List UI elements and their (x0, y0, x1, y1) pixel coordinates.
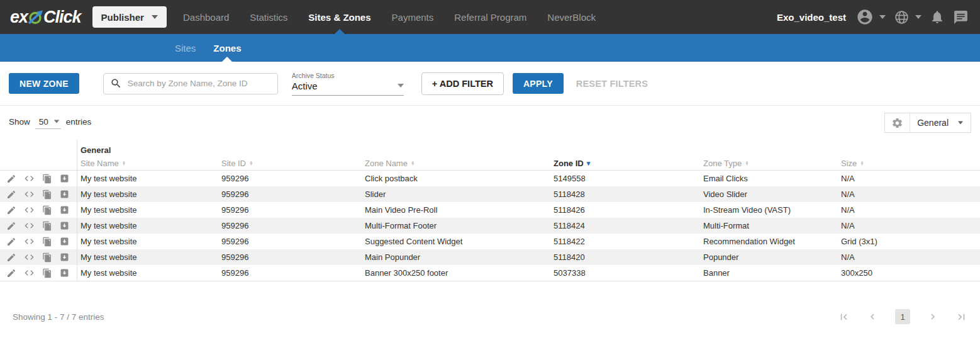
get-code-button[interactable] (24, 268, 35, 278)
code-icon (24, 268, 35, 278)
tab-sites[interactable]: Sites (175, 34, 196, 62)
cell-site-name: My test website (77, 189, 218, 199)
copy-icon (42, 174, 52, 184)
archive-zone-button[interactable] (60, 237, 69, 246)
role-selector-button[interactable]: Publisher (92, 6, 167, 28)
cell-size: N/A (837, 205, 980, 215)
copy-icon (42, 205, 52, 215)
duplicate-zone-button[interactable] (42, 189, 52, 200)
column-preset-selector[interactable]: General (884, 113, 971, 133)
cell-zone-type: Recommendation Widget (699, 237, 837, 246)
apply-button[interactable]: APPLY (513, 73, 564, 94)
column-header-zone-type[interactable]: Zone Type ▲▼ (699, 159, 837, 168)
archive-status-select[interactable]: Archive Status Active (292, 72, 404, 96)
edit-zone-button[interactable] (6, 174, 16, 184)
get-code-button[interactable] (24, 173, 35, 184)
cell-size: 300x250 (837, 268, 980, 278)
cell-site-id: 959296 (218, 174, 361, 183)
row-actions (0, 236, 77, 247)
duplicate-zone-button[interactable] (42, 174, 52, 184)
search-input[interactable] (128, 79, 271, 88)
cell-site-name: My test website (77, 205, 218, 215)
cell-zone-type: Email Clicks (699, 174, 837, 183)
row-actions (0, 220, 77, 231)
add-filter-button[interactable]: + ADD FILTER (421, 72, 504, 95)
last-page-button[interactable] (955, 311, 967, 323)
duplicate-zone-button[interactable] (42, 205, 52, 215)
reset-filters-button[interactable]: RESET FILTERS (576, 79, 648, 89)
sub-nav: Sites Zones (0, 34, 980, 62)
gear-icon[interactable] (891, 117, 903, 129)
archive-zone-button[interactable] (60, 221, 69, 230)
get-code-button[interactable] (24, 189, 35, 200)
logo-text-left: ex (10, 8, 28, 27)
duplicate-zone-button[interactable] (42, 252, 52, 263)
current-page-indicator[interactable]: 1 (895, 309, 910, 324)
first-page-button[interactable] (838, 311, 850, 323)
code-icon (24, 220, 35, 231)
column-header-zone-name[interactable]: Zone Name ▲▼ (361, 159, 550, 168)
nav-item-dashboard[interactable]: Dashboard (183, 0, 229, 34)
cell-zone-id: 5149558 (550, 174, 699, 183)
exoclick-logo[interactable]: ex Click (10, 7, 81, 27)
column-header-site-id[interactable]: Site ID ▲▼ (218, 159, 361, 168)
archive-zone-button[interactable] (60, 252, 69, 262)
page-size-select[interactable]: 50 (35, 117, 61, 129)
cell-zone-type: Multi-Format (699, 221, 837, 230)
language-menu-button[interactable] (894, 9, 922, 25)
cell-site-id: 959296 (218, 268, 361, 278)
column-header-zone-id[interactable]: Zone ID ▾ (550, 159, 699, 168)
chevron-down-icon (152, 15, 158, 19)
zone-search[interactable] (103, 73, 278, 94)
cell-zone-name: Multi-Format Footer (361, 221, 550, 230)
edit-zone-button[interactable] (6, 189, 16, 200)
archive-zone-button[interactable] (60, 268, 69, 278)
last-page-icon (955, 311, 967, 323)
nav-item-payments[interactable]: Payments (392, 0, 434, 34)
tab-zones[interactable]: Zones (213, 34, 241, 62)
nav-item-neverblock[interactable]: NeverBlock (547, 0, 596, 34)
entries-label: entries (66, 117, 92, 127)
edit-zone-button[interactable] (6, 252, 16, 263)
next-page-button[interactable] (927, 311, 938, 322)
nav-item-referral-program[interactable]: Referral Program (454, 0, 526, 34)
get-code-button[interactable] (24, 252, 35, 263)
sort-icon: ▲▼ (745, 161, 749, 166)
duplicate-zone-button[interactable] (42, 237, 52, 247)
column-preset-value: General (917, 118, 949, 128)
archive-zone-button[interactable] (60, 205, 69, 215)
account-menu-button[interactable] (856, 8, 886, 26)
cell-zone-type: Popunder (699, 252, 837, 262)
archive-zone-button[interactable] (60, 174, 69, 183)
cell-site-name: My test website (77, 268, 218, 278)
column-header-site-name[interactable]: Site Name ▲▼ (77, 159, 218, 168)
row-actions (0, 205, 77, 215)
get-code-button[interactable] (24, 205, 35, 215)
duplicate-zone-button[interactable] (42, 221, 52, 231)
row-actions (0, 252, 77, 263)
cell-site-id: 959296 (218, 189, 361, 199)
new-zone-button[interactable]: NEW ZONE (9, 73, 79, 94)
nav-item-statistics[interactable]: Statistics (250, 0, 287, 34)
previous-page-button[interactable] (867, 311, 878, 322)
get-code-button[interactable] (24, 236, 35, 247)
get-code-button[interactable] (24, 220, 35, 231)
duplicate-zone-button[interactable] (42, 268, 52, 278)
edit-zone-button[interactable] (6, 205, 16, 215)
row-actions (0, 268, 77, 278)
cell-size: N/A (837, 174, 980, 183)
archive-icon (60, 205, 69, 215)
table-row: My test website 959296 Banner 300x250 fo… (0, 265, 980, 281)
pencil-icon (6, 205, 16, 215)
edit-zone-button[interactable] (6, 221, 16, 231)
archive-icon (60, 268, 69, 278)
nav-item-sites-zones[interactable]: Sites & Zones (308, 0, 370, 34)
edit-zone-button[interactable] (6, 237, 16, 247)
cell-site-name: My test website (77, 252, 218, 262)
archive-zone-button[interactable] (60, 189, 69, 199)
column-header-size[interactable]: Size ▲▼ (837, 159, 980, 168)
sort-icon: ▲▼ (122, 161, 126, 166)
edit-zone-button[interactable] (6, 268, 16, 278)
notifications-button[interactable] (930, 9, 945, 25)
messages-button[interactable] (953, 9, 969, 25)
